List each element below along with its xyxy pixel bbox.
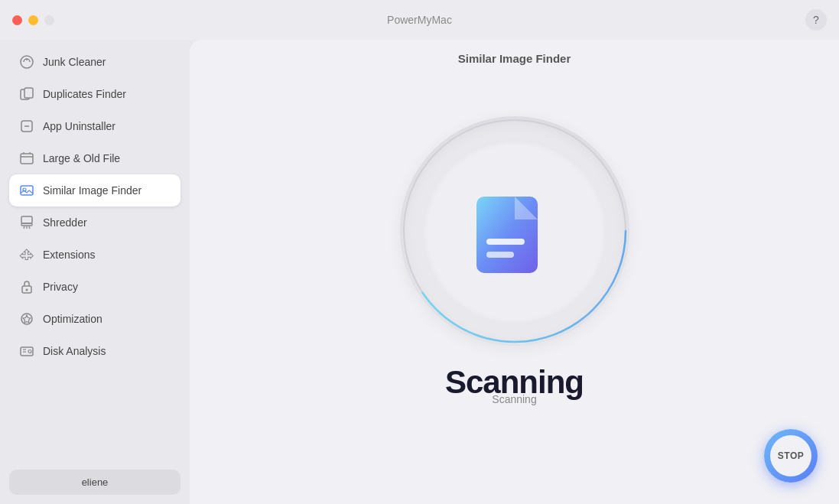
close-button[interactable] [12,15,22,25]
minimize-button[interactable] [28,15,38,25]
sidebar-item-label-disk-analysis: Disk Analysis [43,345,106,357]
sidebar-item-label-similar-image-finder: Similar Image Finder [43,184,141,197]
sidebar-item-privacy[interactable]: Privacy [9,271,180,303]
sidebar-item-label-extensions: Extensions [43,249,95,261]
svg-rect-3 [24,88,33,98]
junk-cleaner-icon [18,54,35,70]
help-button[interactable]: ? [805,9,827,31]
shredder-icon [18,214,35,231]
svg-line-15 [29,226,30,229]
duplicates-finder-icon [18,86,35,102]
sidebar-item-label-duplicates-finder: Duplicates Finder [43,88,126,100]
file-icon [473,181,557,281]
traffic-lights [12,15,54,25]
sidebar-item-similar-image-finder[interactable]: Similar Image Finder [9,174,180,206]
disk-analysis-icon [18,343,35,359]
scan-circle [400,116,629,346]
scan-subtitle: Scanning [492,393,536,405]
content-header: Similar Image Finder [458,52,571,65]
svg-point-20 [28,350,31,353]
main-container: Junk CleanerDuplicates FinderApp Uninsta… [0,40,839,504]
sidebar: Junk CleanerDuplicates FinderApp Uninsta… [0,40,190,504]
sidebar-item-optimization[interactable]: Optimization [9,303,180,335]
svg-point-17 [26,289,28,291]
sidebar-footer: eliene [9,463,180,498]
svg-rect-26 [486,239,525,245]
svg-rect-6 [21,154,33,164]
sidebar-item-label-optimization: Optimization [43,313,102,325]
svg-rect-25 [476,197,538,273]
sidebar-item-label-app-uninstaller: App Uninstaller [43,120,115,132]
sidebar-item-large-old-file[interactable]: Large & Old File [9,142,180,174]
svg-rect-11 [21,216,32,223]
svg-rect-12 [21,223,32,226]
extensions-icon [18,246,35,263]
sidebar-item-label-shredder: Shredder [43,216,87,229]
large-old-file-icon [18,150,35,167]
sidebar-item-disk-analysis[interactable]: Disk Analysis [9,335,180,367]
sidebar-item-extensions[interactable]: Extensions [9,239,180,271]
optimization-icon [18,311,35,327]
svg-rect-27 [486,252,514,258]
scan-area: Scanning Scanning [400,116,629,405]
app-uninstaller-icon [18,118,35,135]
maximize-button [44,15,54,25]
sidebar-item-label-privacy: Privacy [43,281,78,293]
sidebar-item-duplicates-finder[interactable]: Duplicates Finder [9,78,180,110]
sidebar-item-junk-cleaner[interactable]: Junk Cleaner [9,46,180,78]
similar-image-finder-icon [18,182,35,199]
stop-button[interactable]: STOP [764,429,818,483]
sidebar-item-label-large-old-file: Large & Old File [43,152,120,164]
svg-rect-9 [21,186,33,195]
content-area: Similar Image Finder [190,40,839,504]
sidebar-item-shredder[interactable]: Shredder [9,206,180,239]
svg-line-13 [24,226,24,229]
sidebar-item-label-junk-cleaner: Junk Cleaner [43,56,106,68]
sidebar-item-app-uninstaller[interactable]: App Uninstaller [9,110,180,142]
titlebar: PowerMyMac ? [0,0,839,40]
svg-point-0 [21,56,33,68]
stop-button-label: STOP [770,435,811,476]
user-button[interactable]: eliene [9,470,180,495]
privacy-icon [18,278,35,295]
app-title: PowerMyMac [387,14,452,26]
